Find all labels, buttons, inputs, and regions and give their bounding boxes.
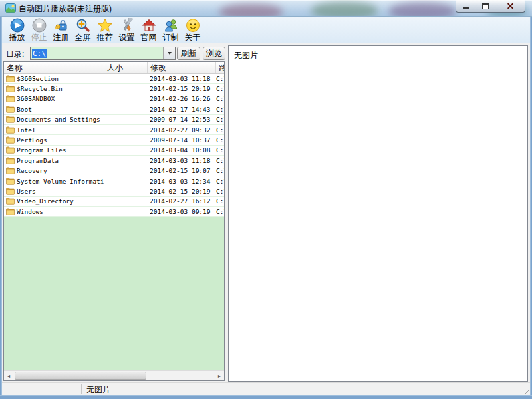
minimize-button[interactable] [456, 0, 475, 13]
column-header-modified[interactable]: 修改 [148, 62, 216, 73]
file-path: C:\ [216, 95, 224, 102]
toolbar: 播放 停止 注册 全屏 [2, 17, 530, 43]
file-name: Documents and Settings [17, 116, 100, 123]
file-name: $360Section [17, 75, 59, 82]
file-path: C:\ [216, 136, 224, 144]
toolbar-button-about[interactable]: 关于 [182, 17, 203, 43]
toolbar-button-customize[interactable]: 订制 [160, 17, 182, 43]
file-row[interactable]: Recovery 2014-02-15 19:07 C:\ [4, 166, 224, 176]
file-row[interactable]: Video_Directory 2014-02-27 16:12 C:\ [4, 197, 224, 207]
folder-icon [6, 95, 15, 102]
file-modified: 2014-02-15 19:07 [148, 167, 216, 174]
status-separator [81, 384, 82, 394]
file-name: $Recycle.Bin [17, 85, 63, 92]
toolbar-button-website[interactable]: 官网 [138, 17, 160, 43]
directory-value: C:\ [31, 49, 163, 58]
toolbar-button-fullscreen[interactable]: 全屏 [72, 17, 94, 43]
client-area: 播放 停止 注册 全屏 [2, 17, 530, 395]
resize-grip[interactable] [521, 386, 529, 394]
maximize-button[interactable] [475, 0, 495, 13]
file-row[interactable]: Intel 2014-02-27 09:32 C:\ [4, 125, 224, 135]
toolbar-button-register[interactable]: 注册 [50, 17, 72, 43]
folder-icon [6, 136, 15, 144]
file-name: PerfLogs [17, 136, 47, 144]
scroll-left-icon[interactable]: ◄ [4, 372, 13, 380]
scrollbar-thumb[interactable] [15, 372, 146, 380]
file-row[interactable]: $Recycle.Bin 2014-02-15 20:19 C:\ [4, 84, 224, 94]
key-lock-icon [54, 18, 68, 33]
glass-blur-decoration [219, 4, 283, 17]
glass-blur-decoration [311, 2, 378, 17]
file-modified: 2009-07-14 12:53 [148, 116, 216, 123]
maximize-icon [482, 3, 489, 9]
file-list-header: 名称 大小 修改 路径 [4, 62, 224, 74]
file-row[interactable]: Windows 2014-03-03 09:19 C:\ [4, 207, 224, 217]
column-header-size[interactable]: 大小 [104, 62, 148, 73]
file-name: System Volume Information [17, 178, 104, 185]
file-modified: 2014-02-15 20:19 [148, 85, 216, 92]
column-header-path[interactable]: 路径 [216, 62, 224, 73]
file-row[interactable]: Boot 2014-02-17 14:43 C:\ [4, 104, 224, 114]
file-name: Boot [17, 106, 32, 113]
folder-icon [6, 106, 15, 113]
close-button[interactable] [495, 0, 525, 13]
file-row[interactable]: 360SANDBOX 2014-02-26 16:26 C:\ [4, 94, 224, 104]
file-row[interactable]: PerfLogs 2009-07-14 10:37 C:\ [4, 135, 224, 145]
file-name: Program Files [17, 146, 66, 154]
toolbar-button-play[interactable]: 播放 [6, 17, 28, 43]
play-icon [10, 18, 25, 33]
tools-icon [120, 18, 134, 33]
folder-icon [6, 188, 15, 195]
file-list-rows: $360Section 2014-03-03 11:18 C:\ $Recycl… [4, 74, 224, 217]
column-header-name[interactable]: 名称 [4, 62, 104, 73]
browse-button[interactable]: 浏览 [203, 47, 225, 60]
folder-icon [6, 208, 15, 215]
window-frame-bottom [0, 395, 532, 399]
file-modified: 2014-02-27 16:12 [148, 198, 216, 205]
file-path: C:\ [216, 146, 224, 154]
file-modified: 2009-07-14 10:37 [148, 136, 216, 144]
file-path: C:\ [216, 178, 224, 185]
file-path: C:\ [216, 75, 224, 82]
file-name: Video_Directory [17, 198, 74, 205]
no-image-text: 无图片 [234, 51, 258, 60]
refresh-button[interactable]: 刷新 [177, 47, 200, 60]
app-icon [5, 3, 16, 13]
file-path: C:\ [216, 116, 224, 123]
file-name: ProgramData [17, 157, 59, 164]
folder-icon [6, 198, 15, 205]
file-modified: 2014-02-15 20:19 [148, 188, 216, 195]
file-path: C:\ [216, 126, 224, 134]
toolbar-button-label: 设置 [119, 33, 135, 42]
file-name: Intel [17, 126, 36, 134]
chevron-down-icon[interactable] [163, 47, 175, 59]
file-list-panel: 名称 大小 修改 路径 $360Section 2014-03-03 11:18… [3, 61, 225, 381]
file-name: Users [17, 188, 36, 195]
toolbar-button-label: 全屏 [75, 33, 91, 42]
file-path: C:\ [216, 208, 224, 215]
toolbar-button-label: 注册 [53, 33, 69, 42]
preview-panel: 无图片 [228, 45, 528, 382]
file-modified: 2014-03-03 12:34 [148, 178, 216, 185]
file-row[interactable]: System Volume Information 2014-03-03 12:… [4, 176, 224, 186]
file-name: Windows [17, 208, 43, 215]
file-row[interactable]: Documents and Settings 2009-07-14 12:53 … [4, 115, 224, 125]
titlebar[interactable]: 自动图片播放器(未注册版) [0, 0, 532, 17]
file-row[interactable]: Users 2014-02-15 20:19 C:\ [4, 186, 224, 196]
file-row[interactable]: $360Section 2014-03-03 11:18 C:\ [4, 74, 224, 84]
magnifier-icon [76, 18, 90, 33]
horizontal-scrollbar[interactable]: ◄ ► [4, 370, 224, 380]
minimize-icon [463, 7, 469, 9]
file-row[interactable]: Program Files 2014-03-04 10:08 C:\ [4, 146, 224, 156]
toolbar-button-stop[interactable]: 停止 [28, 17, 50, 43]
toolbar-button-settings[interactable]: 设置 [116, 17, 138, 43]
scroll-right-icon[interactable]: ► [215, 372, 224, 380]
window-controls [456, 0, 525, 13]
toolbar-button-recommend[interactable]: 推荐 [94, 17, 116, 43]
file-row[interactable]: ProgramData 2014-03-03 11:18 C:\ [4, 156, 224, 166]
file-modified: 2014-02-26 16:26 [148, 95, 216, 102]
toolbar-button-label: 停止 [31, 33, 47, 42]
window-title: 自动图片播放器(未注册版) [19, 3, 112, 15]
directory-combobox[interactable]: C:\ [30, 47, 176, 60]
app-window: 自动图片播放器(未注册版) 播放 停止 [0, 0, 532, 399]
